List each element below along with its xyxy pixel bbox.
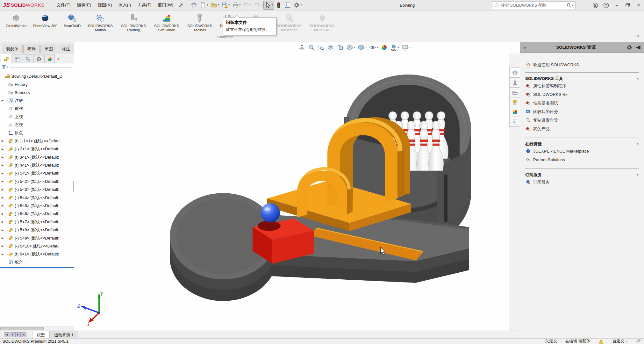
expand-arrow-icon[interactable]: ▶ bbox=[0, 245, 5, 247]
customize-menu[interactable]: 自定义 ▾ bbox=[612, 339, 627, 344]
previous-view-button[interactable] bbox=[317, 43, 325, 52]
tree-filter-row[interactable]: ▾ bbox=[0, 63, 74, 71]
save-warning-button[interactable]: ▾ bbox=[220, 1, 231, 10]
model-bowling-ball[interactable] bbox=[261, 203, 280, 222]
tab-0[interactable]: 装配体 bbox=[2, 45, 23, 54]
manager-tab-featuremanager[interactable] bbox=[1, 54, 11, 63]
addin-routing[interactable]: SOLIDWORKS Routing bbox=[117, 12, 150, 33]
settings-gear-button[interactable]: ▾ bbox=[292, 1, 303, 10]
taskpane-link[interactable]: 3DEXPERIENCE Marketplace bbox=[526, 147, 639, 155]
menu-pin-icon[interactable] bbox=[178, 3, 183, 8]
section-collapse-icon[interactable]: ∧ bbox=[636, 77, 639, 81]
expand-arrow-icon[interactable]: ▶ bbox=[0, 229, 5, 232]
tree-item[interactable]: ▶(-) 5<8> (默认<<Default: bbox=[0, 226, 74, 234]
menu-item-4[interactable]: 工具(T) bbox=[134, 0, 154, 10]
ribbon-collapse-icon[interactable]: ∧ bbox=[637, 33, 640, 38]
addin-mbd[interactable]: SOLIDWORKS MBD SNL bbox=[306, 12, 339, 33]
filter-caret-icon[interactable]: ▾ bbox=[7, 66, 8, 68]
section-collapse-icon[interactable]: ∧ bbox=[636, 173, 639, 177]
study-tab-1[interactable]: 运动算例 1 bbox=[50, 331, 78, 338]
tree-item[interactable]: History bbox=[0, 80, 74, 88]
taskpane-tab-custom-properties[interactable] bbox=[509, 117, 520, 127]
minimize-button[interactable]: – bbox=[612, 0, 622, 11]
search-box[interactable]: ? ▾ bbox=[492, 1, 576, 9]
filter-funnel-icon[interactable] bbox=[2, 65, 6, 69]
taskpane-link[interactable]: 属性标签编制程序 bbox=[526, 82, 639, 90]
tree-item[interactable]: ▶(-) 5<1> (默认<<Default: bbox=[0, 169, 74, 177]
tree-item[interactable]: ▶(-) 5<4> (默认<<Default: bbox=[0, 194, 74, 202]
view-settings-button[interactable]: ▾ bbox=[401, 43, 411, 52]
expand-arrow-icon[interactable]: ▶ bbox=[0, 196, 5, 199]
taskpane-tab-design-library[interactable] bbox=[509, 77, 520, 87]
taskpane-link[interactable]: 复制设置向导 bbox=[526, 116, 639, 125]
expand-arrow-icon[interactable]: ▶ bbox=[0, 99, 5, 102]
menu-item-0[interactable]: 文件(F) bbox=[53, 0, 74, 10]
menu-item-2[interactable]: 视图(V) bbox=[95, 0, 115, 10]
design-checker-button[interactable] bbox=[274, 1, 283, 10]
dropdown-caret-icon[interactable]: ▾ bbox=[250, 4, 251, 6]
display-style-button[interactable]: ▾ bbox=[357, 43, 367, 52]
print-button[interactable]: ▾ bbox=[231, 1, 242, 10]
manager-tab-displaymanager[interactable] bbox=[44, 54, 55, 63]
redo-button[interactable]: ▾ bbox=[253, 1, 263, 10]
tree-item[interactable]: ▶(-) 5<3> (默认<<Default: bbox=[0, 185, 74, 193]
tree-item[interactable]: ▶(-) 2<1> (默认<<Default: bbox=[0, 145, 74, 153]
dropdown-caret-icon[interactable]: ▾ bbox=[398, 46, 399, 49]
tree-item[interactable]: ▶(-) 5<6> (默认<<Default: bbox=[0, 210, 74, 218]
tree-item[interactable]: 配合 bbox=[0, 258, 74, 266]
expand-arrow-icon[interactable]: ▶ bbox=[0, 253, 5, 256]
home-button[interactable] bbox=[190, 1, 198, 10]
expand-arrow-icon[interactable]: ▶ bbox=[0, 204, 5, 207]
expand-arrow-icon[interactable]: ▶ bbox=[0, 172, 5, 175]
tree-item[interactable]: 前视 bbox=[0, 105, 74, 113]
edit-appearance-button[interactable] bbox=[380, 43, 388, 52]
tree-item[interactable]: ▶(-) 5<9> (默认<<Default: bbox=[0, 234, 74, 242]
tree-item[interactable]: ▶(f) 1-1<1> (默认<<Defau bbox=[0, 137, 74, 145]
dropdown-caret-icon[interactable]: ▾ bbox=[365, 46, 367, 49]
taskpane-tab-resources[interactable] bbox=[509, 68, 520, 77]
addin-inspection[interactable]: SOLIDWORKS Inspection bbox=[273, 12, 306, 33]
expand-arrow-icon[interactable]: ▶ bbox=[0, 140, 5, 142]
filter-input-line[interactable] bbox=[10, 67, 72, 68]
expand-arrow-icon[interactable]: ▶ bbox=[0, 237, 5, 240]
tree-item[interactable]: Sensors bbox=[0, 89, 74, 97]
close-button[interactable]: ✕ bbox=[633, 0, 644, 11]
tree-item[interactable]: ▶(-) 5<5> (默认<<Default: bbox=[0, 202, 74, 210]
annotation-view-button[interactable] bbox=[336, 43, 344, 52]
maximize-button[interactable] bbox=[622, 0, 633, 11]
select-arrow-button[interactable]: ▾ bbox=[263, 1, 274, 10]
section-header[interactable]: 订阅服务∧ bbox=[525, 172, 639, 178]
dropdown-caret-icon[interactable]: ▾ bbox=[409, 46, 411, 49]
help-button[interactable]: ? bbox=[601, 0, 612, 11]
study-nav-3[interactable]: ▶| bbox=[21, 332, 26, 337]
study-nav-1[interactable]: ◀ bbox=[10, 332, 15, 337]
expand-arrow-icon[interactable]: ▶ bbox=[0, 164, 5, 167]
performance-warning-icon[interactable] bbox=[598, 339, 604, 344]
tree-root[interactable]: Bowling (Default<Default_D bbox=[0, 72, 74, 80]
taskpane-link[interactable]: 订阅服务 bbox=[526, 178, 639, 186]
addin-circuitworks[interactable]: CircuitWorks bbox=[3, 12, 30, 29]
expand-arrow-icon[interactable]: ▶ bbox=[0, 188, 5, 191]
collapse-pane-icon[interactable]: « bbox=[523, 45, 526, 50]
taskpane-link[interactable]: Partner Solutions bbox=[526, 155, 639, 164]
zoom-to-fit-button[interactable] bbox=[298, 43, 306, 52]
addin-photoview[interactable]: PhotoView 360 bbox=[30, 12, 61, 29]
welcome-link[interactable]: 欢迎使用 SOLIDWORKS bbox=[526, 62, 639, 68]
task-pane-pin-icon[interactable] bbox=[635, 45, 641, 50]
scrollbar-thumb[interactable] bbox=[0, 327, 44, 330]
graphics-viewport[interactable]: Y Z X bbox=[74, 42, 509, 331]
dropdown-caret-icon[interactable]: ▾ bbox=[239, 4, 240, 6]
expand-arrow-icon[interactable]: ▶ bbox=[0, 212, 5, 215]
tab-3[interactable]: 标注 bbox=[58, 45, 74, 54]
tree-item[interactable]: 原点 bbox=[0, 129, 74, 137]
open-button[interactable]: ▾ bbox=[209, 1, 220, 10]
expand-arrow-icon[interactable]: ▶ bbox=[0, 148, 5, 151]
menu-item-5[interactable]: 窗口(W) bbox=[155, 0, 177, 10]
taskpane-tab-appearances[interactable] bbox=[509, 107, 520, 117]
search-input[interactable] bbox=[500, 3, 567, 8]
dropdown-caret-icon[interactable]: ▾ bbox=[300, 4, 302, 6]
addin-toolbox[interactable]: SOLIDWORKS Toolbox bbox=[183, 12, 216, 33]
apply-scene-button[interactable]: ▾ bbox=[390, 43, 400, 52]
study-tab-0[interactable]: 模型 bbox=[32, 331, 50, 338]
taskpane-link[interactable]: SOLIDWORKS Rx bbox=[526, 90, 639, 99]
